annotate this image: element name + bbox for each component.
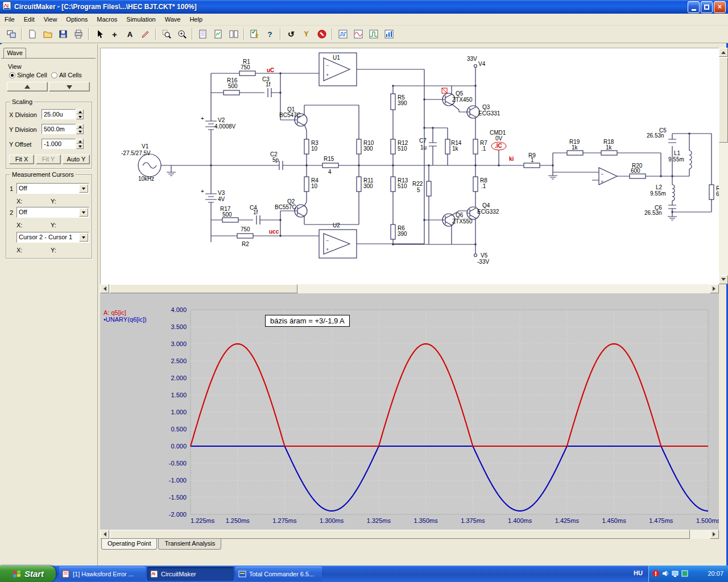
component-label[interactable]: 600	[631, 168, 640, 174]
menu-item-wave[interactable]: Wave	[160, 14, 185, 24]
component-label[interactable]: 26.53n	[647, 132, 664, 139]
component-label[interactable]: 510	[398, 146, 407, 152]
component-label[interactable]: R22	[412, 181, 423, 187]
wave-prev-button[interactable]	[7, 82, 48, 92]
component-label[interactable]: 10	[311, 183, 318, 189]
help-button[interactable]: ?	[263, 27, 277, 41]
component-label[interactable]: 750	[241, 64, 250, 70]
probe-tool-button[interactable]: Y	[299, 27, 313, 41]
vscroll-thumb[interactable]	[719, 57, 728, 143]
component-label[interactable]: 4V	[218, 196, 225, 202]
x-division-spinner[interactable]	[76, 109, 84, 119]
y-division-spinner[interactable]	[76, 124, 84, 134]
scope-view-4-button[interactable]	[382, 27, 396, 41]
component-label[interactable]: Q3	[482, 104, 490, 110]
schematic-canvas[interactable]: − + − + − +	[100, 48, 719, 284]
tray-display-icon[interactable]	[672, 570, 679, 577]
dropdown-arrow-icon[interactable]	[79, 233, 88, 242]
waveform-hscrollbar[interactable]	[100, 530, 719, 539]
menu-item-help[interactable]: Help	[185, 14, 207, 24]
taskbar-task-1[interactable]: [1] Hawksford Error ...	[59, 567, 146, 581]
x-division-input[interactable]	[42, 109, 76, 119]
component-label[interactable]: V2	[218, 117, 225, 123]
component-label[interactable]: 10	[311, 146, 318, 152]
tab-wave[interactable]: Wave	[3, 48, 26, 58]
component-label[interactable]: ZTX550	[452, 218, 473, 225]
taskbar-task-3[interactable]: Total Commander 6.5...	[235, 567, 322, 581]
scope-view-3-button[interactable]	[366, 27, 380, 41]
schematic-vscrollbar[interactable]	[719, 48, 728, 284]
scope-view-1-button[interactable]	[336, 27, 350, 41]
scroll-right-arrow-icon[interactable]	[710, 530, 719, 539]
component-label[interactable]: ECG332	[477, 209, 499, 215]
component-label[interactable]: 300	[363, 146, 373, 152]
hscroll-thumb[interactable]	[110, 284, 297, 293]
component-label[interactable]: -33V	[477, 259, 489, 265]
component-label[interactable]: V5	[481, 252, 488, 259]
component-label[interactable]: ucc	[269, 228, 279, 235]
tray-alert-icon[interactable]	[652, 570, 660, 577]
menu-item-edit[interactable]: Edit	[19, 14, 39, 24]
component-label[interactable]: 1	[531, 157, 534, 163]
component-label[interactable]: Q4	[482, 202, 490, 209]
schematic-drawing[interactable]: − + − + − +	[101, 48, 719, 285]
split-view-button[interactable]	[226, 27, 241, 41]
component-label[interactable]: V4	[478, 61, 486, 67]
component-label[interactable]: +	[201, 115, 204, 122]
start-button[interactable]: Start	[0, 566, 56, 582]
component-label[interactable]: L1	[674, 150, 681, 156]
component-label[interactable]: C7	[419, 138, 427, 144]
spin-down-icon[interactable]	[76, 144, 84, 149]
taskbar-clock[interactable]: 20:07	[708, 570, 723, 577]
component-label[interactable]: 390	[398, 100, 407, 106]
scroll-down-arrow-icon[interactable]	[719, 275, 728, 284]
chart-view-button[interactable]	[211, 27, 225, 41]
component-label[interactable]: Q5	[456, 90, 464, 97]
component-label[interactable]: 26.53n	[644, 210, 662, 216]
scroll-up-arrow-icon[interactable]	[719, 48, 728, 57]
menu-item-view[interactable]: View	[39, 14, 62, 24]
component-label[interactable]: R2	[242, 241, 249, 247]
scroll-left-arrow-icon[interactable]	[100, 530, 109, 539]
component-label[interactable]: 0V	[495, 135, 503, 142]
y-division-input[interactable]	[42, 124, 76, 134]
fit-x-button[interactable]: Fit X	[9, 155, 34, 164]
save-file-button[interactable]	[56, 27, 70, 41]
delete-tool-button[interactable]	[138, 27, 152, 41]
schematic-hscrollbar[interactable]	[100, 284, 719, 293]
component-label[interactable]: U2	[333, 222, 340, 228]
print-button[interactable]	[71, 27, 85, 41]
spin-down-icon[interactable]	[76, 114, 84, 119]
component-label[interactable]: .IC	[495, 143, 502, 149]
cursor1-select[interactable]: Off	[16, 183, 89, 194]
component-label[interactable]: 1u	[420, 144, 427, 151]
component-label[interactable]: BC547C	[279, 112, 301, 118]
spin-up-icon[interactable]	[76, 124, 84, 129]
component-label[interactable]: 1k	[452, 146, 459, 152]
open-file-button[interactable]	[40, 27, 55, 41]
window-maximize-button[interactable]	[701, 1, 713, 13]
auto-y-button[interactable]: Auto Y	[63, 155, 90, 164]
undo-button[interactable]: ↺	[284, 27, 298, 41]
page-view-button[interactable]	[196, 27, 210, 41]
component-label[interactable]: 500	[228, 83, 238, 89]
component-label[interactable]: 4.0008V	[214, 123, 236, 130]
component-label[interactable]: 5p	[272, 157, 279, 163]
spin-up-icon[interactable]	[76, 139, 84, 144]
component-label[interactable]: 510	[398, 183, 407, 189]
add-part-button[interactable]: +	[107, 27, 122, 41]
component-label[interactable]: BC557C	[275, 204, 296, 210]
tab-operating-point[interactable]: Operating Point	[101, 539, 157, 550]
legend-entry[interactable]: •UNARY(q6[ic])	[104, 316, 147, 323]
text-tool-button[interactable]: A	[123, 27, 137, 41]
stop-simulation-button[interactable]	[315, 27, 329, 41]
component-label[interactable]: L2	[656, 184, 663, 190]
menu-item-macros[interactable]: Macros	[92, 14, 122, 24]
taskbar-task-2[interactable]: CircuitMaker	[147, 567, 234, 581]
component-label[interactable]: 9.55m	[650, 190, 666, 197]
spin-down-icon[interactable]	[76, 129, 84, 134]
run-simulation-button[interactable]	[247, 27, 262, 41]
menu-item-options[interactable]: Options	[61, 14, 92, 24]
language-indicator[interactable]: HU	[634, 569, 643, 576]
component-label[interactable]: 1f	[253, 209, 258, 215]
